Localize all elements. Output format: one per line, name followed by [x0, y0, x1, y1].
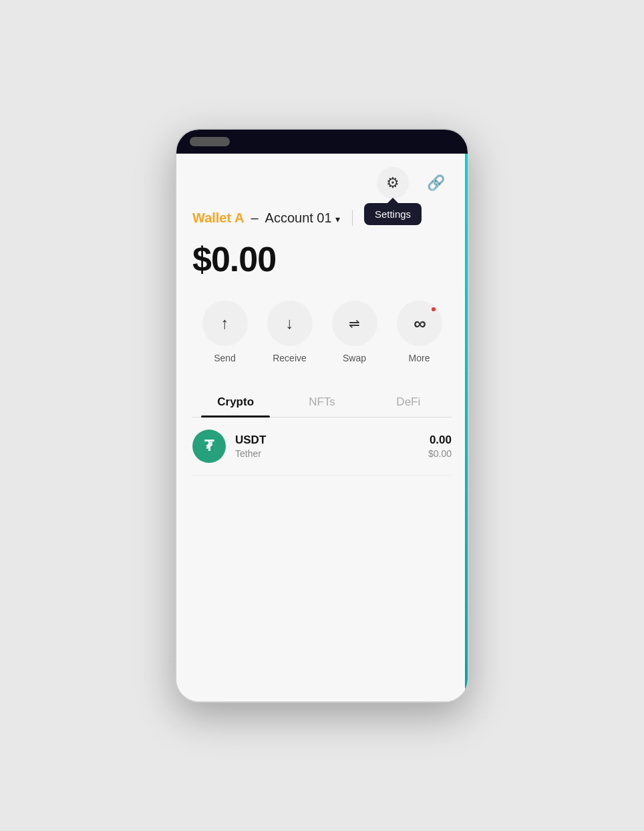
tab-nfts[interactable]: NFTs	[279, 387, 365, 417]
token-name-usdt: Tether	[235, 448, 419, 459]
swap-circle: ⇌	[332, 301, 377, 346]
phone-frame: ⚙ Settings 🔗 Wallet A – Account 01 ▾ ⧉ $…	[175, 128, 469, 703]
status-bar	[176, 130, 468, 154]
more-notification-dot	[430, 306, 437, 313]
token-info-usdt: USDT Tether	[235, 434, 419, 459]
swap-label: Swap	[343, 353, 366, 363]
swap-action[interactable]: ⇌ Swap	[332, 301, 377, 363]
vertical-divider	[352, 210, 353, 226]
tabs-row: Crypto NFTs DeFi	[192, 387, 452, 418]
actions-row: ↑ Send ↓ Receive ⇌ Swap ∞ More	[192, 301, 452, 363]
wallet-name: Wallet A	[192, 210, 244, 226]
receive-action[interactable]: ↓ Receive	[267, 301, 313, 363]
token-amount-usdt: 0.00	[428, 434, 452, 447]
token-item-usdt[interactable]: ₮ USDT Tether 0.00 $0.00	[192, 418, 452, 476]
status-pill	[190, 137, 230, 146]
token-list: ₮ USDT Tether 0.00 $0.00	[192, 418, 452, 476]
token-symbol-usdt: USDT	[235, 434, 419, 447]
send-action[interactable]: ↑ Send	[202, 301, 248, 363]
send-label: Send	[214, 353, 236, 363]
token-values-usdt: 0.00 $0.00	[428, 434, 452, 459]
wallet-account: Account 01 ▾	[265, 210, 341, 226]
tab-defi[interactable]: DeFi	[365, 387, 452, 417]
wallet-separator: –	[251, 210, 258, 226]
send-circle: ↑	[202, 301, 248, 346]
settings-tooltip-wrapper: ⚙ Settings	[377, 167, 409, 199]
receive-label: Receive	[273, 353, 307, 363]
more-action[interactable]: ∞ More	[397, 301, 442, 363]
chevron-down-icon: ▾	[335, 214, 340, 224]
top-actions-bar: ⚙ Settings 🔗	[192, 167, 452, 199]
balance-display: $0.00	[192, 239, 452, 279]
settings-tooltip: Settings	[364, 203, 422, 225]
link-button[interactable]: 🔗	[420, 167, 452, 199]
token-usd-usdt: $0.00	[428, 448, 452, 459]
settings-button[interactable]: ⚙	[377, 167, 409, 199]
app-content: ⚙ Settings 🔗 Wallet A – Account 01 ▾ ⧉ $…	[176, 154, 468, 701]
more-circle: ∞	[397, 301, 442, 346]
tab-crypto[interactable]: Crypto	[192, 387, 279, 417]
more-label: More	[409, 353, 430, 363]
token-logo-usdt: ₮	[192, 430, 226, 463]
receive-circle: ↓	[267, 301, 313, 346]
